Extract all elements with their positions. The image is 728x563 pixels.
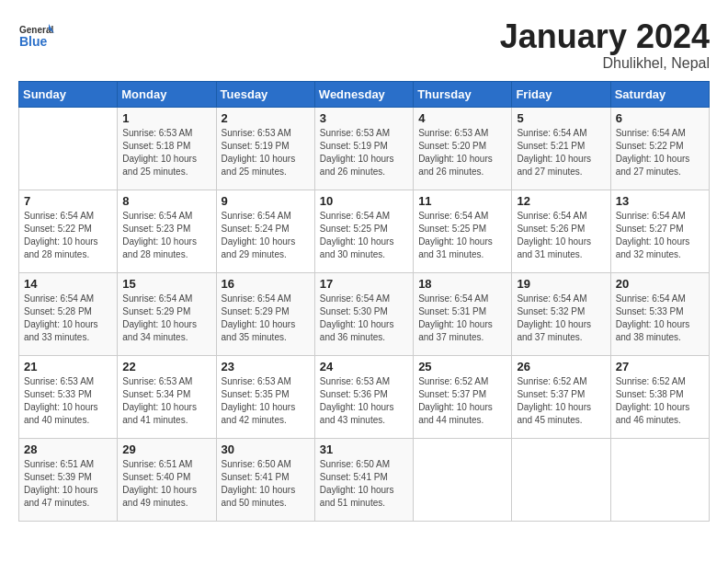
day-number: 22 — [122, 360, 210, 373]
day-info: Sunrise: 6:54 AM Sunset: 5:26 PM Dayligh… — [517, 210, 605, 261]
day-number: 26 — [517, 360, 605, 373]
day-cell: 9Sunrise: 6:54 AM Sunset: 5:24 PM Daylig… — [216, 190, 314, 272]
day-cell: 15Sunrise: 6:54 AM Sunset: 5:29 PM Dayli… — [118, 272, 216, 355]
day-number: 18 — [418, 277, 506, 291]
svg-text:Blue: Blue — [19, 34, 48, 49]
day-number: 21 — [24, 360, 112, 373]
day-info: Sunrise: 6:53 AM Sunset: 5:34 PM Dayligh… — [122, 375, 210, 427]
day-cell: 31Sunrise: 6:50 AM Sunset: 5:41 PM Dayli… — [314, 438, 413, 521]
day-info: Sunrise: 6:54 AM Sunset: 5:33 PM Dayligh… — [616, 293, 704, 344]
calendar-header: Sunday Monday Tuesday Wednesday Thursday… — [19, 81, 710, 107]
day-info: Sunrise: 6:52 AM Sunset: 5:37 PM Dayligh… — [418, 375, 506, 427]
page-header: GeneralBlue January 2024 Dhulikhel, Nepa… — [18, 18, 710, 72]
col-monday: Monday — [118, 81, 216, 107]
day-cell: 26Sunrise: 6:52 AM Sunset: 5:37 PM Dayli… — [512, 355, 610, 438]
week-row-1: 1Sunrise: 6:53 AM Sunset: 5:18 PM Daylig… — [19, 107, 710, 190]
day-info: Sunrise: 6:54 AM Sunset: 5:28 PM Dayligh… — [24, 293, 112, 344]
day-info: Sunrise: 6:54 AM Sunset: 5:22 PM Dayligh… — [616, 127, 704, 178]
day-cell: 29Sunrise: 6:51 AM Sunset: 5:40 PM Dayli… — [118, 438, 216, 521]
day-cell: 5Sunrise: 6:54 AM Sunset: 5:21 PM Daylig… — [512, 107, 610, 190]
day-cell: 1Sunrise: 6:53 AM Sunset: 5:18 PM Daylig… — [118, 107, 216, 190]
week-row-2: 7Sunrise: 6:54 AM Sunset: 5:22 PM Daylig… — [19, 190, 710, 272]
week-row-4: 21Sunrise: 6:53 AM Sunset: 5:33 PM Dayli… — [19, 355, 710, 438]
day-cell: 10Sunrise: 6:54 AM Sunset: 5:25 PM Dayli… — [314, 190, 413, 272]
day-number: 12 — [517, 194, 605, 208]
day-cell: 2Sunrise: 6:53 AM Sunset: 5:19 PM Daylig… — [216, 107, 314, 190]
day-info: Sunrise: 6:54 AM Sunset: 5:22 PM Dayligh… — [24, 210, 112, 261]
day-info: Sunrise: 6:51 AM Sunset: 5:40 PM Dayligh… — [122, 458, 210, 510]
day-info: Sunrise: 6:54 AM Sunset: 5:25 PM Dayligh… — [320, 210, 408, 261]
day-info: Sunrise: 6:53 AM Sunset: 5:19 PM Dayligh… — [222, 127, 310, 178]
day-cell: 24Sunrise: 6:53 AM Sunset: 5:36 PM Dayli… — [314, 355, 413, 438]
day-info: Sunrise: 6:54 AM Sunset: 5:32 PM Dayligh… — [517, 293, 605, 344]
day-info: Sunrise: 6:54 AM Sunset: 5:29 PM Dayligh… — [222, 293, 310, 344]
day-cell: 30Sunrise: 6:50 AM Sunset: 5:41 PM Dayli… — [216, 438, 314, 521]
day-number: 28 — [24, 442, 112, 456]
day-cell: 16Sunrise: 6:54 AM Sunset: 5:29 PM Dayli… — [216, 272, 314, 355]
day-number: 19 — [517, 277, 605, 291]
month-year: January 2024 — [500, 18, 710, 55]
day-number: 24 — [320, 360, 408, 373]
day-cell: 7Sunrise: 6:54 AM Sunset: 5:22 PM Daylig… — [19, 190, 118, 272]
day-number: 13 — [616, 194, 704, 208]
day-cell — [512, 438, 610, 521]
day-info: Sunrise: 6:52 AM Sunset: 5:38 PM Dayligh… — [616, 375, 704, 427]
day-cell: 11Sunrise: 6:54 AM Sunset: 5:25 PM Dayli… — [414, 190, 512, 272]
day-number: 17 — [320, 277, 408, 291]
day-cell — [414, 438, 512, 521]
day-number: 25 — [418, 360, 506, 373]
day-number: 29 — [122, 442, 210, 456]
day-number: 16 — [222, 277, 310, 291]
day-number: 27 — [616, 360, 704, 373]
day-info: Sunrise: 6:54 AM Sunset: 5:27 PM Dayligh… — [616, 210, 704, 261]
day-number: 7 — [24, 194, 112, 208]
day-info: Sunrise: 6:54 AM Sunset: 5:23 PM Dayligh… — [122, 210, 210, 261]
day-number: 15 — [122, 277, 210, 291]
day-info: Sunrise: 6:53 AM Sunset: 5:36 PM Dayligh… — [320, 375, 408, 427]
day-cell: 13Sunrise: 6:54 AM Sunset: 5:27 PM Dayli… — [610, 190, 709, 272]
day-info: Sunrise: 6:53 AM Sunset: 5:18 PM Dayligh… — [122, 127, 210, 178]
day-cell: 18Sunrise: 6:54 AM Sunset: 5:31 PM Dayli… — [414, 272, 512, 355]
week-row-3: 14Sunrise: 6:54 AM Sunset: 5:28 PM Dayli… — [19, 272, 710, 355]
col-saturday: Saturday — [610, 81, 709, 107]
day-number: 10 — [320, 194, 408, 208]
calendar-body: 1Sunrise: 6:53 AM Sunset: 5:18 PM Daylig… — [19, 107, 710, 521]
day-cell: 28Sunrise: 6:51 AM Sunset: 5:39 PM Dayli… — [19, 438, 118, 521]
day-cell — [19, 107, 118, 190]
day-info: Sunrise: 6:54 AM Sunset: 5:30 PM Dayligh… — [320, 293, 408, 344]
col-thursday: Thursday — [414, 81, 512, 107]
day-number: 31 — [320, 442, 408, 456]
day-number: 30 — [222, 442, 310, 456]
day-info: Sunrise: 6:54 AM Sunset: 5:24 PM Dayligh… — [222, 210, 310, 261]
day-number: 23 — [222, 360, 310, 373]
day-number: 20 — [616, 277, 704, 291]
calendar-table: Sunday Monday Tuesday Wednesday Thursday… — [18, 81, 710, 522]
day-info: Sunrise: 6:54 AM Sunset: 5:25 PM Dayligh… — [418, 210, 506, 261]
day-info: Sunrise: 6:53 AM Sunset: 5:35 PM Dayligh… — [222, 375, 310, 427]
day-cell: 19Sunrise: 6:54 AM Sunset: 5:32 PM Dayli… — [512, 272, 610, 355]
day-number: 1 — [122, 111, 210, 125]
day-cell — [610, 438, 709, 521]
logo: GeneralBlue — [18, 18, 59, 55]
day-cell: 27Sunrise: 6:52 AM Sunset: 5:38 PM Dayli… — [610, 355, 709, 438]
day-info: Sunrise: 6:54 AM Sunset: 5:31 PM Dayligh… — [418, 293, 506, 344]
day-info: Sunrise: 6:54 AM Sunset: 5:21 PM Dayligh… — [517, 127, 605, 178]
day-number: 6 — [616, 111, 704, 125]
title-block: January 2024 Dhulikhel, Nepal — [500, 18, 710, 72]
day-info: Sunrise: 6:53 AM Sunset: 5:33 PM Dayligh… — [24, 375, 112, 427]
day-number: 2 — [222, 111, 310, 125]
day-cell: 6Sunrise: 6:54 AM Sunset: 5:22 PM Daylig… — [610, 107, 709, 190]
day-cell: 12Sunrise: 6:54 AM Sunset: 5:26 PM Dayli… — [512, 190, 610, 272]
day-number: 9 — [222, 194, 310, 208]
day-info: Sunrise: 6:51 AM Sunset: 5:39 PM Dayligh… — [24, 458, 112, 510]
day-info: Sunrise: 6:53 AM Sunset: 5:19 PM Dayligh… — [320, 127, 408, 178]
day-cell: 20Sunrise: 6:54 AM Sunset: 5:33 PM Dayli… — [610, 272, 709, 355]
day-cell: 3Sunrise: 6:53 AM Sunset: 5:19 PM Daylig… — [314, 107, 413, 190]
col-friday: Friday — [512, 81, 610, 107]
col-sunday: Sunday — [19, 81, 118, 107]
day-cell: 4Sunrise: 6:53 AM Sunset: 5:20 PM Daylig… — [414, 107, 512, 190]
day-cell: 8Sunrise: 6:54 AM Sunset: 5:23 PM Daylig… — [118, 190, 216, 272]
header-row: Sunday Monday Tuesday Wednesday Thursday… — [19, 81, 710, 107]
day-number: 8 — [122, 194, 210, 208]
logo-icon: GeneralBlue — [18, 18, 55, 55]
